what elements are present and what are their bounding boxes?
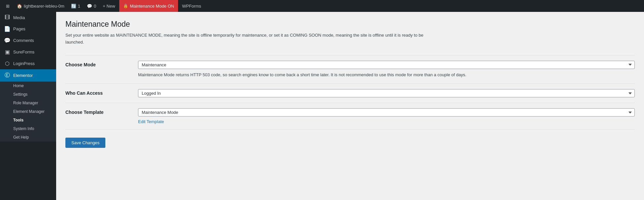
comments-bar[interactable]: 💬 0 bbox=[84, 0, 99, 12]
choose-template-control: Maintenance Mode Coming Soon Page Edit T… bbox=[138, 108, 635, 124]
maintenance-label: Maintenance Mode ON bbox=[130, 4, 174, 9]
sidebar-item-loginpress[interactable]: ⬡ LoginPress bbox=[0, 58, 56, 69]
sidebar-item-sureforms-label: SureForms bbox=[13, 50, 34, 54]
choose-template-label: Choose Template bbox=[65, 108, 138, 115]
main-content: Maintenance Mode Set your entire website… bbox=[56, 12, 644, 200]
comments-icon: 💬 bbox=[87, 4, 92, 9]
submenu-item-system-info[interactable]: System Info bbox=[0, 124, 56, 133]
new-bar[interactable]: + New bbox=[100, 0, 118, 12]
choose-template-row: Choose Template Maintenance Mode Coming … bbox=[65, 103, 635, 130]
submenu-item-tools[interactable]: Tools bbox=[0, 116, 56, 124]
sidebar-item-pages-label: Pages bbox=[13, 26, 25, 31]
sidebar-item-elementor[interactable]: Ⓔ Elementor bbox=[0, 69, 56, 82]
submenu-item-home[interactable]: Home bbox=[0, 82, 56, 90]
submenu-tools-label: Tools bbox=[13, 118, 23, 122]
who-can-access-control: Logged In Everyone Admins Only bbox=[138, 89, 635, 97]
submenu-item-role-manager[interactable]: Role Manager bbox=[0, 99, 56, 107]
submenu-home-label: Home bbox=[13, 83, 24, 88]
page-title: Maintenance Mode bbox=[65, 20, 635, 29]
sidebar-item-elementor-label: Elementor bbox=[13, 73, 33, 78]
comments-menu-icon: 💬 bbox=[4, 37, 11, 44]
media-icon: 🎞 bbox=[4, 15, 11, 20]
elementor-icon: Ⓔ bbox=[4, 72, 11, 79]
updates-bar[interactable]: 🔄 1 bbox=[68, 0, 83, 12]
choose-mode-label: Choose Mode bbox=[65, 61, 138, 67]
sidebar-item-media[interactable]: 🎞 Media bbox=[0, 12, 56, 23]
submenu-item-get-help[interactable]: Get Help bbox=[0, 133, 56, 142]
choose-mode-select[interactable]: Maintenance Coming Soon Disabled bbox=[138, 61, 635, 69]
submenu-get-help-label: Get Help bbox=[13, 135, 29, 140]
submenu-system-info-label: System Info bbox=[13, 126, 34, 131]
updates-icon: 🔄 bbox=[71, 4, 76, 9]
sidebar-item-pages[interactable]: 📄 Pages bbox=[0, 23, 56, 35]
lock-icon: 🔒 bbox=[123, 4, 128, 8]
wp-logo[interactable]: ⊞ bbox=[3, 0, 13, 12]
updates-count: 1 bbox=[78, 4, 80, 9]
sidebar-item-sureforms[interactable]: ▣ SureForms bbox=[0, 46, 56, 58]
who-can-access-label: Who Can Access bbox=[65, 89, 138, 96]
submenu-element-manager-label: Element Manager bbox=[13, 109, 45, 114]
sidebar-item-loginpress-label: LoginPress bbox=[13, 61, 35, 66]
maintenance-bar[interactable]: 🔒 Maintenance Mode ON bbox=[119, 0, 178, 12]
wpforms-bar[interactable]: WPForms bbox=[179, 0, 204, 12]
settings-section: Choose Mode Maintenance Coming Soon Disa… bbox=[65, 55, 635, 130]
pages-icon: 📄 bbox=[4, 26, 11, 32]
wp-layout: 🎞 Media 📄 Pages 💬 Comments ▣ SureForms ⬡… bbox=[0, 12, 644, 200]
page-description: Set your entire website as MAINTENANCE M… bbox=[65, 32, 429, 46]
wpforms-label: WPForms bbox=[182, 4, 201, 9]
submenu-item-settings[interactable]: Settings bbox=[0, 90, 56, 99]
admin-bar: ⊞ 🏠 lightbearer-lebleu-0m 🔄 1 💬 0 + New … bbox=[0, 0, 644, 12]
elementor-submenu: Home Settings Role Manager Element Manag… bbox=[0, 82, 56, 142]
admin-menu: 🎞 Media 📄 Pages 💬 Comments ▣ SureForms ⬡… bbox=[0, 12, 56, 200]
choose-mode-control: Maintenance Coming Soon Disabled Mainten… bbox=[138, 61, 635, 79]
sureforms-icon: ▣ bbox=[4, 49, 11, 55]
sidebar-item-comments[interactable]: 💬 Comments bbox=[0, 35, 56, 46]
site-name-bar[interactable]: 🏠 lightbearer-lebleu-0m bbox=[14, 0, 67, 12]
who-can-access-select[interactable]: Logged In Everyone Admins Only bbox=[138, 89, 635, 97]
choose-mode-hint: Maintenance Mode returns HTTP 503 code, … bbox=[138, 72, 501, 79]
home-icon: 🏠 bbox=[17, 4, 22, 9]
submenu-settings-label: Settings bbox=[13, 92, 27, 97]
wp-logo-icon: ⊞ bbox=[6, 4, 10, 9]
loginpress-icon: ⬡ bbox=[4, 60, 11, 67]
new-label: + New bbox=[103, 4, 115, 9]
who-can-access-row: Who Can Access Logged In Everyone Admins… bbox=[65, 84, 635, 103]
choose-template-select[interactable]: Maintenance Mode Coming Soon Page bbox=[138, 108, 635, 117]
sidebar-item-media-label: Media bbox=[13, 15, 25, 20]
site-name: lightbearer-lebleu-0m bbox=[24, 4, 64, 9]
submenu-item-element-manager[interactable]: Element Manager bbox=[0, 107, 56, 116]
edit-template-link[interactable]: Edit Template bbox=[138, 119, 635, 124]
submenu-role-manager-label: Role Manager bbox=[13, 101, 38, 105]
save-changes-button[interactable]: Save Changes bbox=[65, 138, 105, 148]
choose-mode-row: Choose Mode Maintenance Coming Soon Disa… bbox=[65, 55, 635, 84]
sidebar-item-comments-label: Comments bbox=[13, 38, 34, 43]
comments-count: 0 bbox=[94, 4, 96, 9]
